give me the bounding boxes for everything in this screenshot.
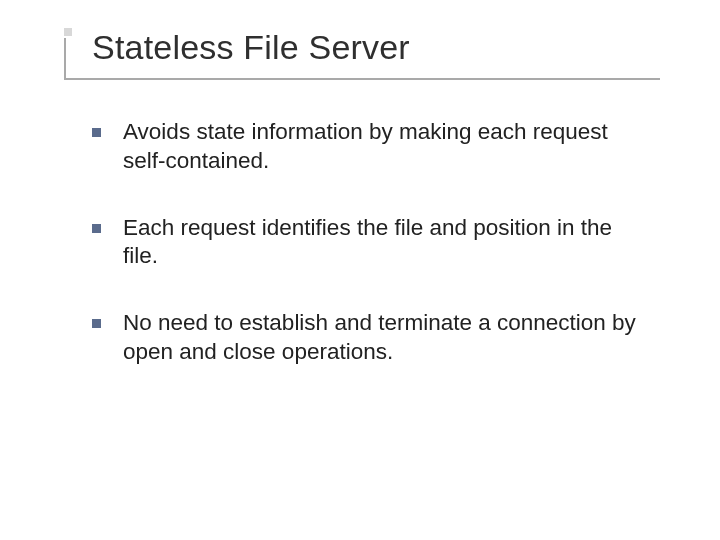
list-item: Avoids state information by making each … bbox=[92, 118, 652, 176]
bullet-text: No need to establish and terminate a con… bbox=[123, 309, 652, 367]
square-bullet-icon bbox=[92, 224, 101, 233]
title-rule-horizontal bbox=[64, 78, 660, 80]
square-bullet-icon bbox=[92, 319, 101, 328]
square-bullet-icon bbox=[92, 128, 101, 137]
title-corner-shadow bbox=[64, 28, 72, 36]
list-item: No need to establish and terminate a con… bbox=[92, 309, 652, 367]
slide-title: Stateless File Server bbox=[92, 28, 410, 67]
slide-body: Avoids state information by making each … bbox=[92, 118, 652, 405]
title-wrap: Stateless File Server bbox=[92, 28, 410, 67]
title-rule-vertical bbox=[64, 38, 66, 80]
bullet-text: Each request identifies the file and pos… bbox=[123, 214, 652, 272]
list-item: Each request identifies the file and pos… bbox=[92, 214, 652, 272]
bullet-text: Avoids state information by making each … bbox=[123, 118, 652, 176]
slide: Stateless File Server Avoids state infor… bbox=[0, 0, 720, 540]
